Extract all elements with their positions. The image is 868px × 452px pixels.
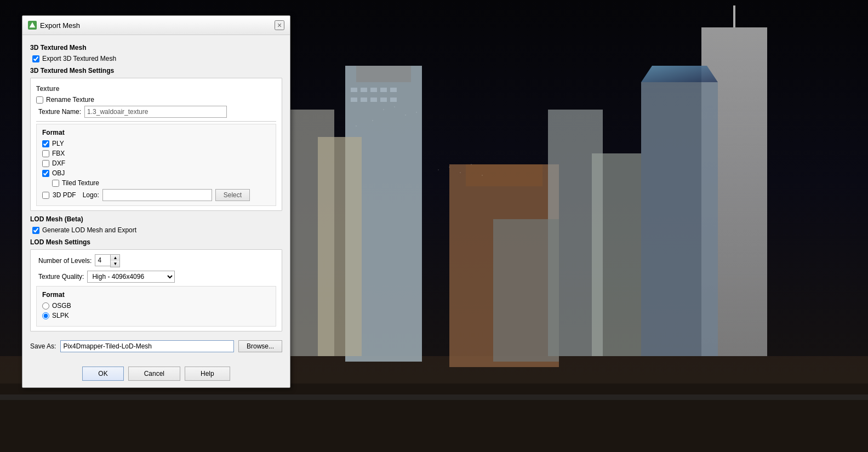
obj-label[interactable]: OBJ <box>52 169 65 177</box>
svg-point-30 <box>405 115 406 116</box>
logo-input[interactable] <box>102 189 212 201</box>
save-as-row: Save As: Browse... <box>30 336 282 357</box>
browse-button[interactable]: Browse... <box>238 340 282 352</box>
export-textured-mesh-row: Export 3D Textured Mesh <box>30 55 282 62</box>
lod-settings-box: Number of Levels: ▲ ▼ Texture Quality: H… <box>30 249 282 331</box>
levels-up-button[interactable]: ▲ <box>111 255 119 261</box>
svg-rect-26 <box>0 384 868 452</box>
slpk-row: SLPK <box>42 312 270 319</box>
svg-rect-10 <box>361 88 367 92</box>
fbx-checkbox[interactable] <box>42 150 49 157</box>
num-levels-row: Number of Levels: ▲ ▼ <box>36 254 276 267</box>
pdf-checkbox[interactable] <box>42 192 49 199</box>
dxf-checkbox[interactable] <box>42 160 49 167</box>
titlebar-left: Export Mesh <box>28 21 80 30</box>
generate-lod-checkbox[interactable] <box>32 227 39 234</box>
cancel-button[interactable]: Cancel <box>128 367 180 381</box>
svg-point-29 <box>394 106 395 107</box>
osgb-label[interactable]: OSGB <box>52 302 71 310</box>
svg-point-31 <box>372 120 373 121</box>
export-textured-mesh-label[interactable]: Export 3D Textured Mesh <box>42 55 116 62</box>
obj-row: OBJ <box>42 169 270 177</box>
svg-rect-12 <box>380 88 387 92</box>
fbx-row: FBX <box>42 150 270 157</box>
svg-rect-18 <box>390 98 397 102</box>
levels-input[interactable] <box>95 254 110 266</box>
svg-point-28 <box>383 109 384 110</box>
format-title: Format <box>42 129 270 136</box>
svg-point-34 <box>438 169 439 170</box>
dxf-label[interactable]: DXF <box>52 159 65 167</box>
svg-marker-39 <box>30 22 35 27</box>
texture-subtitle: Texture <box>36 85 276 93</box>
textured-mesh-title: 3D Textured Mesh <box>30 44 282 52</box>
levels-spinner-buttons: ▲ ▼ <box>110 254 120 267</box>
obj-checkbox[interactable] <box>42 170 49 177</box>
osgb-radio[interactable] <box>42 302 49 310</box>
svg-rect-5 <box>641 82 718 356</box>
quality-label: Texture Quality: <box>38 273 84 281</box>
dxf-row: DXF <box>42 159 270 167</box>
svg-marker-6 <box>641 66 718 82</box>
rename-texture-label[interactable]: Rename Texture <box>46 96 94 104</box>
lod-format-box: Format OSGB SLPK <box>36 286 276 327</box>
quality-dropdown[interactable]: High - 4096x4096 Low - 512x512 Medium - … <box>87 271 175 283</box>
tiled-texture-label[interactable]: Tiled Texture <box>62 179 99 187</box>
dialog-title: Export Mesh <box>40 21 80 30</box>
svg-rect-24 <box>592 153 641 356</box>
svg-point-38 <box>482 175 483 176</box>
svg-point-37 <box>471 164 472 165</box>
svg-rect-27 <box>0 394 868 400</box>
lod-settings-title: LOD Mesh Settings <box>30 238 282 246</box>
svg-rect-17 <box>380 98 387 102</box>
save-as-label: Save As: <box>30 342 56 350</box>
ply-label[interactable]: PLY <box>52 140 64 147</box>
svg-rect-25 <box>493 219 559 362</box>
svg-point-33 <box>356 125 357 127</box>
dialog-icon <box>28 21 37 30</box>
logo-label: Logo: <box>83 191 99 199</box>
pdf-row: 3D PDF Logo: Select <box>42 189 270 201</box>
levels-down-button[interactable]: ▼ <box>111 261 119 267</box>
slpk-label[interactable]: SLPK <box>52 312 69 319</box>
dialog-body: 3D Textured Mesh Export 3D Textured Mesh… <box>22 35 290 362</box>
pdf-label[interactable]: 3D PDF <box>53 191 76 199</box>
svg-rect-9 <box>351 88 357 92</box>
dialog-titlebar: Export Mesh × <box>22 16 290 35</box>
textured-settings-title: 3D Textured Mesh Settings <box>30 67 282 75</box>
generate-lod-row: Generate LOD Mesh and Export <box>30 226 282 234</box>
generate-lod-label[interactable]: Generate LOD Mesh and Export <box>42 226 136 234</box>
textured-settings-box: Texture Rename Texture Texture Name: For… <box>30 78 282 211</box>
tiled-texture-checkbox[interactable] <box>52 180 59 187</box>
lod-format-title: Format <box>42 291 270 299</box>
ply-checkbox[interactable] <box>42 140 49 147</box>
levels-label: Number of Levels: <box>38 257 92 265</box>
svg-rect-13 <box>390 88 397 92</box>
svg-rect-16 <box>370 98 377 102</box>
slpk-radio[interactable] <box>42 312 49 319</box>
dialog-buttons: OK Cancel Help <box>22 362 290 387</box>
texture-name-row: Texture Name: <box>36 106 276 118</box>
rename-texture-row: Rename Texture <box>36 96 276 104</box>
lod-mesh-title: LOD Mesh (Beta) <box>30 215 282 223</box>
svg-rect-11 <box>370 88 377 92</box>
save-as-input[interactable] <box>60 340 234 352</box>
texture-quality-row: Texture Quality: High - 4096x4096 Low - … <box>36 271 276 283</box>
export-textured-mesh-checkbox[interactable] <box>32 55 39 62</box>
levels-spinner: ▲ ▼ <box>95 254 120 267</box>
svg-rect-8 <box>356 66 411 82</box>
close-button[interactable]: × <box>275 20 284 30</box>
svg-rect-20 <box>318 137 362 356</box>
svg-point-36 <box>460 172 461 173</box>
svg-rect-22 <box>466 164 542 186</box>
select-button[interactable]: Select <box>215 189 250 201</box>
svg-rect-14 <box>351 98 357 102</box>
help-button[interactable]: Help <box>185 367 230 381</box>
svg-point-35 <box>449 167 450 168</box>
ok-button[interactable]: OK <box>82 367 123 381</box>
texture-name-input[interactable] <box>84 106 227 118</box>
svg-point-32 <box>416 112 417 113</box>
export-mesh-dialog: Export Mesh × 3D Textured Mesh Export 3D… <box>22 15 290 388</box>
fbx-label[interactable]: FBX <box>52 150 65 157</box>
rename-texture-checkbox[interactable] <box>36 96 43 104</box>
